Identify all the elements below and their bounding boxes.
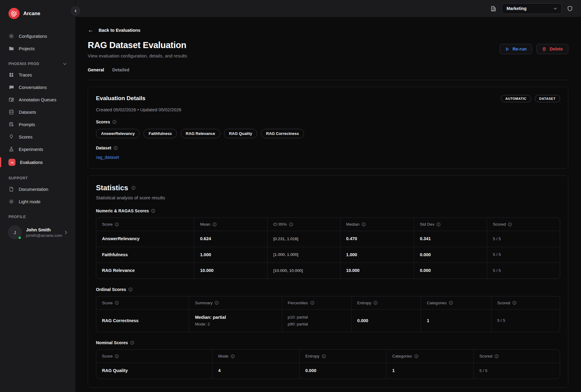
info-icon[interactable] bbox=[310, 301, 314, 305]
workspace-selected-value: Marketing bbox=[507, 6, 527, 11]
info-icon[interactable] bbox=[494, 354, 499, 358]
sidebar-item-projects[interactable]: Projects bbox=[0, 42, 75, 55]
info-icon[interactable] bbox=[512, 301, 517, 305]
arrow-left-icon: ← bbox=[88, 27, 94, 33]
score-chip: RAG Quality bbox=[224, 129, 258, 138]
avatar: J bbox=[8, 225, 22, 239]
info-icon[interactable] bbox=[508, 222, 512, 227]
table-cell: [10.000, 10.000] bbox=[267, 263, 340, 279]
table-row: RAG Quality40.00015 / 5 bbox=[96, 363, 560, 379]
column-header-scored: Scored bbox=[487, 218, 560, 231]
info-icon[interactable] bbox=[151, 209, 155, 213]
profile-section-heading: PROFILE bbox=[0, 211, 75, 222]
sidebar-item-configurations[interactable]: Configurations bbox=[0, 30, 75, 42]
table-cell: 0.341 bbox=[414, 231, 487, 247]
database-icon bbox=[8, 109, 14, 115]
profile-row[interactable]: J John Smith jsmith@arcane.com bbox=[0, 222, 75, 243]
table-cell: RAG Quality bbox=[96, 363, 212, 379]
trash-icon bbox=[542, 47, 547, 51]
info-icon[interactable] bbox=[212, 222, 217, 227]
scores-label: Scores bbox=[96, 119, 117, 124]
info-icon[interactable] bbox=[373, 301, 378, 305]
sidebar-item-datasets[interactable]: Datasets bbox=[0, 106, 75, 118]
info-icon[interactable] bbox=[414, 354, 419, 358]
sidebar-item-scores[interactable]: Scores bbox=[0, 131, 75, 143]
gear-icon bbox=[8, 33, 14, 39]
tab-general[interactable]: General bbox=[88, 67, 104, 74]
table-cell: 1.000 bbox=[340, 247, 414, 263]
info-icon[interactable] bbox=[449, 301, 453, 305]
info-icon[interactable] bbox=[436, 222, 441, 227]
table-cell: 4 bbox=[212, 363, 299, 379]
table-cell: 5 / 5 bbox=[487, 231, 560, 247]
tabs-divider bbox=[88, 80, 568, 80]
table-cell: p10: partialp90: partial bbox=[282, 309, 351, 332]
table-cell: RAG Correctness bbox=[96, 309, 189, 332]
info-icon[interactable] bbox=[128, 287, 133, 292]
info-icon[interactable] bbox=[130, 341, 134, 345]
score-chip: RAG Correctness bbox=[261, 129, 304, 138]
sidebar-item-evaluations[interactable]: Evaluations bbox=[0, 155, 75, 169]
column-header-scored: Scored bbox=[473, 350, 560, 363]
back-to-evaluations-link[interactable]: ← Back to Evaluations bbox=[88, 27, 140, 33]
workspace-select[interactable]: Marketing bbox=[502, 3, 562, 14]
sidebar-item-light-mode[interactable]: Light mode bbox=[0, 195, 75, 208]
details-card-title: Evaluation Details bbox=[96, 95, 146, 102]
sidebar-item-annotation-queues[interactable]: Annotation Queues bbox=[0, 93, 75, 106]
rerun-button[interactable]: Re-run bbox=[500, 44, 532, 54]
sidebar-item-label: Light mode bbox=[19, 199, 41, 204]
table-cell: 5 / 5 bbox=[491, 309, 560, 332]
table-cell: 0.000 bbox=[414, 247, 487, 263]
dataset-label: Dataset bbox=[96, 145, 118, 150]
chevron-down-icon bbox=[63, 62, 67, 66]
dataset-link[interactable]: rag_dataset bbox=[96, 155, 119, 160]
page-title: RAG Dataset Evaluation bbox=[88, 40, 187, 50]
sidebar-item-conversations[interactable]: Conversations bbox=[0, 81, 75, 93]
column-header-summary: Summary bbox=[189, 296, 281, 309]
info-icon[interactable] bbox=[215, 301, 219, 305]
table-cell: 1 bbox=[386, 363, 473, 379]
table-heading-ordinal-scores: Ordinal Scores bbox=[96, 287, 133, 292]
sidebar-item-label: Evaluations bbox=[20, 160, 43, 165]
table-cell: 1 bbox=[421, 309, 491, 332]
info-icon[interactable] bbox=[113, 146, 118, 150]
table-cell: 5 / 5 bbox=[487, 263, 560, 279]
bulb-icon bbox=[8, 134, 14, 140]
column-header-score: Score bbox=[96, 350, 212, 363]
table-row: Faithfulness1.000[1.000, 1.000]1.0000.00… bbox=[96, 247, 560, 263]
info-icon[interactable] bbox=[131, 186, 136, 190]
section-heading-phoenix-prod[interactable]: PHOENIX PROD bbox=[0, 58, 75, 69]
info-icon[interactable] bbox=[115, 301, 119, 305]
table-cell: 0.000 bbox=[299, 363, 386, 379]
shield-icon[interactable] bbox=[567, 5, 573, 12]
info-icon[interactable] bbox=[362, 222, 366, 227]
sidebar-item-experiments[interactable]: Experiments bbox=[0, 143, 75, 155]
score-chips: AnswerRelevancyFaithfulnessRAG Relevance… bbox=[96, 129, 560, 138]
info-icon[interactable] bbox=[231, 354, 235, 358]
table-heading-nominal-scores: Nominal Scores bbox=[96, 340, 134, 345]
online-status-dot bbox=[18, 236, 21, 240]
tab-bar: GeneralDetailed bbox=[88, 67, 568, 74]
sidebar-item-prompts[interactable]: Prompts bbox=[0, 118, 75, 131]
column-header-score: Score bbox=[96, 218, 194, 231]
column-header-scored: Scored bbox=[491, 296, 560, 309]
info-icon[interactable] bbox=[289, 222, 293, 227]
column-header-entropy: Entropy bbox=[299, 350, 386, 363]
profile-name: John Smith bbox=[26, 227, 59, 232]
chevron-right-icon bbox=[64, 230, 68, 235]
info-icon[interactable] bbox=[322, 354, 326, 358]
sidebar-item-documentation[interactable]: Documentation bbox=[0, 183, 75, 195]
info-icon[interactable] bbox=[115, 354, 119, 358]
delete-button[interactable]: Delete bbox=[537, 44, 568, 54]
brand[interactable]: Arcane bbox=[0, 0, 75, 22]
sidebar-item-label: Conversations bbox=[19, 85, 47, 90]
sidebar-collapse-button[interactable] bbox=[71, 6, 80, 15]
info-icon[interactable] bbox=[115, 222, 119, 227]
evaluation-details-card: Evaluation Details AUTOMATICDATASET Crea… bbox=[88, 87, 568, 169]
table-cell: Faithfulness bbox=[96, 247, 194, 263]
tab-detailed[interactable]: Detailed bbox=[112, 67, 129, 74]
profile-email: jsmith@arcane.com bbox=[26, 233, 59, 238]
statistics-subtitle: Statistical analysis of score results bbox=[96, 195, 560, 200]
info-icon[interactable] bbox=[112, 120, 117, 124]
sidebar-item-traces[interactable]: Traces bbox=[0, 69, 75, 81]
